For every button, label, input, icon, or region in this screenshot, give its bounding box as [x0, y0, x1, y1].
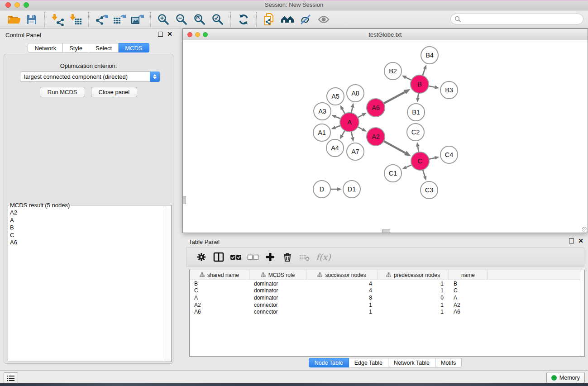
- graph-node-A8[interactable]: A8: [347, 85, 364, 102]
- optimization-criterion-dropdown[interactable]: largest connected component (directed): [20, 71, 160, 82]
- graph-edge-arrowhead: [404, 151, 411, 156]
- canvas-bottom-grip[interactable]: [382, 229, 390, 233]
- tab-motifs[interactable]: Motifs: [435, 358, 462, 367]
- refresh-icon[interactable]: [236, 12, 251, 27]
- zoom-out-icon[interactable]: [174, 12, 189, 27]
- graph-node-A[interactable]: A: [340, 113, 359, 132]
- graph-node-B1[interactable]: B1: [407, 104, 425, 121]
- graph-node-A2[interactable]: A2: [367, 128, 385, 146]
- tab-style[interactable]: Style: [63, 43, 89, 52]
- open-icon[interactable]: [6, 12, 21, 27]
- mcds-result-item[interactable]: C: [10, 232, 165, 239]
- tab-node-table[interactable]: Node Table: [309, 358, 349, 367]
- float-table-panel-icon[interactable]: [569, 238, 574, 243]
- mcds-result-item[interactable]: A6: [10, 239, 165, 247]
- canvas-left-grip[interactable]: [183, 196, 186, 204]
- graph-node-A5[interactable]: A5: [327, 88, 344, 105]
- hide-label-icon[interactable]: [298, 12, 313, 27]
- graph-edge-arrowhead: [423, 176, 427, 181]
- search-input[interactable]: [450, 14, 583, 24]
- task-history-button[interactable]: [4, 372, 18, 384]
- graph-node-B[interactable]: B: [411, 75, 429, 93]
- deselect-all-icon[interactable]: [246, 250, 260, 264]
- graph-node-B4[interactable]: B4: [421, 47, 438, 64]
- graph-node-C4[interactable]: C4: [440, 146, 458, 163]
- export-network-icon[interactable]: [94, 12, 109, 27]
- home-icon[interactable]: [280, 12, 295, 27]
- zoom-fit-icon[interactable]: [192, 12, 207, 27]
- column-header-MCDS-role[interactable]: MCDS role: [249, 270, 306, 280]
- graph-node-label: A3: [318, 108, 326, 115]
- graph-edge-arrowhead: [402, 76, 407, 79]
- table-cell: 1: [306, 309, 378, 315]
- import-table-icon[interactable]: [68, 12, 83, 27]
- graph-node-C2[interactable]: C2: [407, 124, 424, 141]
- add-icon[interactable]: [263, 250, 277, 264]
- table-row[interactable]: Adominator80A: [190, 294, 584, 301]
- graph-node-B3[interactable]: B3: [440, 81, 458, 99]
- graph-edge-arrowhead: [337, 187, 342, 191]
- clone-network-icon[interactable]: [262, 12, 277, 27]
- table-cell: 1: [306, 302, 378, 308]
- network-canvas[interactable]: AA6A2BCA5A8A3A1A4A7B2B4B3B1C2C4C1C3DD1: [183, 40, 588, 233]
- table-row[interactable]: Cdominator41C: [190, 287, 584, 295]
- delete-icon[interactable]: [281, 250, 294, 264]
- tab-select[interactable]: Select: [89, 43, 119, 52]
- graph-node-label: A6: [372, 104, 380, 111]
- graph-node-label: C3: [425, 186, 434, 194]
- export-image-icon[interactable]: [130, 12, 145, 27]
- select-all-icon[interactable]: [229, 250, 243, 264]
- mcds-result-item[interactable]: A: [10, 217, 165, 224]
- graph-node-D1[interactable]: D1: [343, 181, 360, 198]
- graph-node-A4[interactable]: A4: [326, 139, 344, 157]
- zoom-in-icon[interactable]: [156, 12, 171, 27]
- graph-node-C1[interactable]: C1: [384, 165, 402, 182]
- table-scrollbar[interactable]: [580, 270, 584, 356]
- graph-node-A1[interactable]: A1: [313, 124, 330, 141]
- column-view-icon[interactable]: [212, 250, 225, 264]
- column-header-successor-nodes[interactable]: successor nodes: [306, 270, 378, 280]
- tab-mcds[interactable]: MCDS: [119, 43, 149, 52]
- mcds-result-item[interactable]: B: [10, 224, 165, 232]
- graph-node-B2[interactable]: B2: [384, 62, 402, 80]
- close-panel-button[interactable]: Close panel: [91, 87, 138, 97]
- tab-network-table[interactable]: Network Table: [388, 358, 435, 367]
- graph-node-A6[interactable]: A6: [367, 99, 385, 117]
- delete-table-icon[interactable]: [298, 250, 311, 264]
- mcds-result-title: MCDS result (5 nodes): [9, 202, 71, 209]
- graph-node-A3[interactable]: A3: [314, 103, 331, 120]
- graph-node-C[interactable]: C: [411, 152, 429, 170]
- tab-network[interactable]: Network: [28, 43, 63, 52]
- column-header-predecessor-nodes[interactable]: predecessor nodes: [378, 270, 449, 280]
- close-table-panel-icon[interactable]: ✕: [578, 238, 583, 243]
- function-builder-icon[interactable]: f(x): [316, 252, 331, 262]
- table-row[interactable]: A2connector11A2: [190, 301, 584, 309]
- import-network-icon[interactable]: [50, 12, 65, 27]
- table-toolbar: f(x): [186, 247, 584, 267]
- table-row[interactable]: Bdominator41B: [190, 280, 584, 287]
- window-resize-handle[interactable]: [582, 227, 587, 232]
- network-window-titlebar[interactable]: testGlobe.txt: [183, 29, 588, 40]
- zoom-selected-icon[interactable]: [210, 12, 225, 27]
- eye-icon[interactable]: [316, 12, 331, 27]
- column-header-shared-name[interactable]: shared name: [190, 270, 249, 280]
- tab-edge-table[interactable]: Edge Table: [349, 358, 388, 367]
- gear-icon[interactable]: [195, 250, 208, 264]
- table-cell: C: [190, 287, 249, 294]
- graph-node-A7[interactable]: A7: [347, 143, 364, 160]
- column-header-name[interactable]: name: [449, 270, 488, 280]
- memory-button[interactable]: Memory: [546, 372, 585, 383]
- export-table-icon[interactable]: [112, 12, 127, 27]
- run-mcds-button[interactable]: Run MCDS: [40, 87, 85, 97]
- graph-edge-arrowhead: [416, 142, 420, 147]
- graph-node-C3[interactable]: C3: [421, 181, 438, 199]
- save-icon[interactable]: [24, 12, 39, 27]
- mcds-result-scrollbar[interactable]: [165, 209, 171, 362]
- close-panel-icon[interactable]: ✕: [167, 31, 172, 37]
- table-row[interactable]: A6connector11A6: [190, 308, 584, 315]
- mcds-result-item[interactable]: A2: [10, 209, 165, 217]
- float-panel-icon[interactable]: [158, 32, 163, 37]
- toolbar-separator: [230, 12, 231, 27]
- mcds-result-list[interactable]: A2ABCA6: [8, 209, 165, 362]
- graph-node-D[interactable]: D: [313, 181, 330, 198]
